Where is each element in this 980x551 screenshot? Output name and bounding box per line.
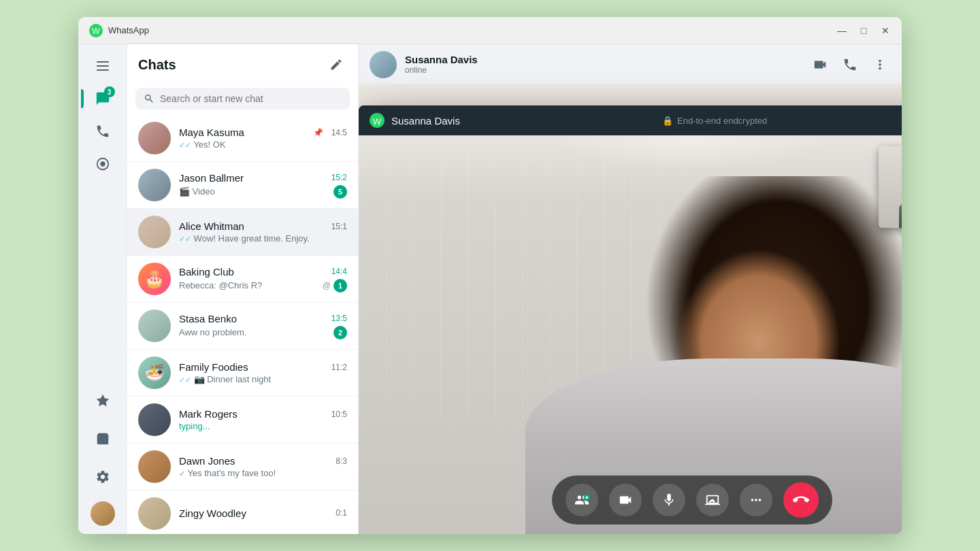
self-view-person [879, 146, 902, 228]
svg-point-3 [100, 161, 105, 166]
avatar-dawn [138, 450, 171, 483]
call-contact-name: Susanna Davis [391, 115, 460, 127]
chat-name-zingy: Zingy Woodley [179, 507, 246, 519]
chat-name-dawn: Dawn Jones [179, 455, 235, 467]
nav-menu[interactable] [89, 52, 116, 80]
chat-time-alice: 15:1 [331, 222, 347, 231]
nav-settings[interactable] [89, 463, 116, 490]
video-toggle-icon [618, 492, 633, 507]
chat-item-jason[interactable]: Jason Ballmer 15:2 🎬 Video 5 [127, 162, 358, 209]
search-bar [135, 88, 350, 110]
chat-info-baking: Baking Club 14:4 Rebecca: @Chris R? @ 1 [179, 266, 347, 293]
chat-time-jason: 15:2 [331, 173, 347, 182]
chat-time-family: 11:2 [331, 363, 347, 372]
search-input[interactable] [160, 93, 342, 104]
chat-item-mark[interactable]: Mark Rogers 10:5 typing... [127, 397, 358, 444]
nav-archived[interactable] [89, 425, 116, 452]
unread-badge-jason: 5 [333, 185, 347, 199]
mute-button[interactable] [653, 484, 685, 516]
video-call-overlay: W Susanna Davis 🔒 End-to-end endcrypted … [359, 105, 902, 534]
avatar-baking: 🎂 [138, 263, 171, 295]
encryption-label: End-to-end endcrypted [677, 116, 767, 126]
chat-item-stasa[interactable]: Stasa Benko 13:5 Aww no problem. 2 [127, 303, 358, 350]
screen-share-button[interactable] [696, 484, 729, 516]
avatar-alice [138, 216, 171, 248]
pin-icon-maya: 📌 [313, 128, 323, 137]
main-chat-avatar [370, 51, 397, 78]
add-participant-button[interactable] [566, 484, 598, 516]
hamburger-icon [97, 61, 109, 71]
close-button[interactable]: ✕ [880, 25, 891, 36]
video-call-left: W Susanna Davis [370, 113, 460, 128]
chat-time-dawn: 8:3 [336, 456, 347, 466]
chat-item-baking[interactable]: 🎂 Baking Club 14:4 Rebecca: @Chris R? @ … [127, 256, 358, 303]
mention-icon: @ [323, 281, 331, 290]
main-chat-info: Susanna Davis online [405, 54, 801, 75]
end-call-button[interactable] [783, 482, 819, 518]
nav-starred[interactable] [89, 387, 116, 414]
more-icon [872, 57, 887, 72]
chat-preview-family: ✓✓ 📷 Dinner last night [179, 374, 271, 384]
chat-time-stasa: 13:5 [331, 314, 347, 323]
svg-text:W: W [373, 116, 382, 127]
chat-item-maya[interactable]: Maya Kasuma 📌 14:5 ✓✓ Yes! OK [127, 115, 358, 162]
chat-info-maya: Maya Kasuma 📌 14:5 ✓✓ Yes! OK [179, 127, 347, 150]
video-call-titlebar: W Susanna Davis 🔒 End-to-end endcrypted … [359, 105, 902, 135]
chat-item-zingy[interactable]: Zingy Woodley 0:1 [127, 490, 358, 534]
chat-time-mark: 10:5 [331, 410, 347, 419]
user-avatar[interactable] [91, 501, 115, 526]
main-chat-action-icons [809, 54, 891, 76]
search-icon [144, 93, 154, 104]
chats-title: Chats [138, 57, 176, 73]
chat-preview-baking: Rebecca: @Chris R? [179, 280, 262, 290]
avatar-mark [138, 403, 171, 436]
more-options-button[interactable] [869, 54, 891, 76]
chat-name-baking: Baking Club [179, 266, 234, 278]
chat-time-maya: 14:5 [331, 128, 347, 137]
video-remote-feed [359, 135, 902, 534]
main-chat-header: Susanna Davis online [359, 44, 902, 85]
call-encryption: 🔒 End-to-end endcrypted [662, 116, 767, 126]
chat-item-alice[interactable]: Alice Whitman 15:1 ✓✓ Wow! Have great ti… [127, 209, 358, 256]
maximize-button[interactable]: □ [858, 25, 869, 36]
chat-preview-mark: typing... [179, 421, 210, 431]
man-shirt [899, 199, 902, 228]
unread-badge-baking: 1 [333, 279, 347, 293]
chat-name-family: Family Foodies [179, 361, 248, 373]
chat-time-zingy: 0:1 [336, 508, 347, 518]
self-view-thumbnail [879, 146, 902, 228]
chat-sidebar: Chats [127, 44, 359, 534]
chat-info-dawn: Dawn Jones 8:3 ✓ Yes that's my fave too! [179, 455, 347, 478]
chat-time-baking: 14:4 [331, 267, 347, 276]
more-options-call-button[interactable] [740, 484, 772, 516]
phone-call-button[interactable] [839, 54, 861, 76]
chat-name-stasa: Stasa Benko [179, 313, 237, 324]
pencil-icon [329, 58, 343, 71]
chat-preview-stasa: Aww no problem. [179, 327, 246, 337]
main-chat-status: online [405, 65, 801, 75]
video-main [359, 135, 902, 534]
video-call-button[interactable] [809, 54, 831, 76]
app-title: WhatsApp [108, 25, 149, 35]
nav-status[interactable] [89, 150, 116, 178]
chat-name-maya: Maya Kasuma [179, 127, 244, 138]
chat-name-jason: Jason Ballmer [179, 172, 244, 184]
call-controls [552, 475, 832, 524]
chat-item-family[interactable]: 🍜 Family Foodies 11:2 ✓✓ 📷 Dinner last n… [127, 350, 358, 397]
title-bar: W WhatsApp — □ ✕ [78, 17, 902, 44]
chat-item-dawn[interactable]: Dawn Jones 8:3 ✓ Yes that's my fave too! [127, 444, 358, 490]
minimize-button[interactable]: — [836, 25, 847, 36]
app-window: W WhatsApp — □ ✕ 3 [78, 17, 902, 534]
chat-info-family: Family Foodies 11:2 ✓✓ 📷 Dinner last nig… [179, 361, 347, 384]
title-bar-left: W WhatsApp [89, 24, 149, 37]
new-chat-button[interactable] [325, 54, 347, 76]
unread-badge-stasa: 2 [333, 326, 347, 339]
svg-text:W: W [92, 27, 100, 36]
chat-preview-jason: 🎬 Video [179, 186, 215, 197]
chat-info-jason: Jason Ballmer 15:2 🎬 Video 5 [179, 172, 347, 199]
video-toggle-button[interactable] [609, 484, 642, 516]
chat-info-stasa: Stasa Benko 13:5 Aww no problem. 2 [179, 313, 347, 339]
nav-calls[interactable] [89, 118, 116, 145]
title-bar-controls: — □ ✕ [836, 25, 891, 36]
nav-chats[interactable]: 3 [89, 85, 116, 112]
